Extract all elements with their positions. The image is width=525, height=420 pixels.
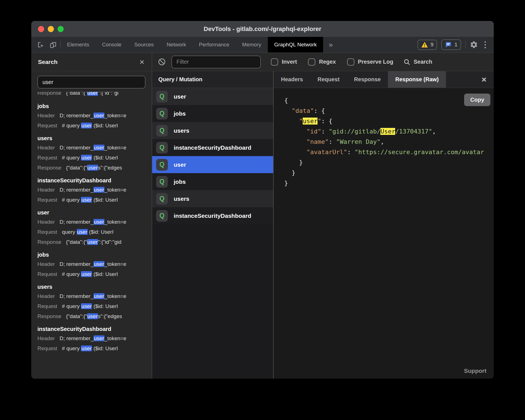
tab-graphql-network[interactable]: GraphQL Network [268,37,323,52]
search-result-row[interactable]: HeaderD; remember_user_token=e [37,111,152,121]
tab-elements[interactable]: Elements [61,37,96,52]
result-text: ":{"id":"gid [98,239,121,245]
search-result-row[interactable]: HeaderD; remember_user_token=e [37,291,152,301]
search-result-row[interactable]: Response{"data":{"user":{"id":"gid [37,237,152,247]
tabbar-divider [465,41,466,49]
filter-input[interactable] [171,56,261,68]
minimize-window-button[interactable] [48,26,54,32]
json-token [284,138,306,145]
search-result-row[interactable]: HeaderD; remember_user_token=e [37,259,152,269]
copy-button[interactable]: Copy [464,94,490,106]
result-row-value: # query user ($id: UserI [62,269,118,279]
detail-tab-headers[interactable]: Headers [274,71,310,88]
checkbox-invert[interactable]: Invert [271,58,297,66]
result-text: D; remember_ [59,261,93,267]
query-row-users[interactable]: Qusers [152,122,273,139]
tab-network[interactable]: Network [160,37,193,52]
query-row-instancesecuritydashboard[interactable]: QinstanceSecurityDashboard [152,207,273,224]
query-row-jobs[interactable]: Qjobs [152,105,273,122]
detail-tab-request[interactable]: Request [310,71,347,88]
zoom-window-button[interactable] [58,26,64,32]
result-operation-name[interactable]: jobs [37,103,152,109]
json-token: "avatarUrl" [306,149,347,156]
search-result-row[interactable]: Request# query user ($id: UserI [37,195,152,205]
result-row-value: D; remember_user_token=e [59,143,126,153]
search-result-row[interactable]: Request# query user ($id: UserI [37,153,152,163]
json-token: "Warren Day" [336,138,380,145]
query-row-label: instanceSecurityDashboard [174,144,251,151]
inspect-element-icon[interactable] [37,41,44,49]
issues-badge[interactable]: 1 [441,39,461,50]
search-result-row[interactable]: Response{"data":{"user":{"id":"gi [37,92,152,98]
result-operation-name[interactable]: users [37,135,152,142]
query-row-label: user [174,161,186,168]
close-search-icon[interactable]: × [139,58,144,66]
search-input[interactable] [37,76,145,89]
query-row-jobs[interactable]: Qjobs [152,173,273,190]
warnings-badge[interactable]: 9 [417,40,437,50]
kebab-menu-icon[interactable] [482,40,488,49]
result-operation-name[interactable]: instanceSecurityDashboard [37,177,152,184]
checkbox-preserve-log[interactable]: Preserve Log [347,58,393,66]
query-row-user[interactable]: Quser [152,156,273,173]
warning-triangle-icon [421,42,428,48]
result-text: ($id: UserI [88,229,114,235]
search-result-row[interactable]: HeaderD; remember_user_token=e [37,143,152,153]
search-panel: Search × Response{"data":{"user":{"id":"… [31,53,152,379]
result-row-label: Header [37,259,55,269]
more-tabs-icon[interactable]: » [323,37,338,52]
checkbox-regex[interactable]: Regex [308,58,336,66]
result-operation-name[interactable]: jobs [37,252,152,258]
preserve-log-checkbox-box[interactable] [347,58,354,66]
close-window-button[interactable] [38,26,44,32]
clear-requests-icon[interactable] [158,58,166,66]
result-operation-name[interactable]: user [37,209,152,216]
result-text: ($id: UserI [92,271,118,277]
result-row-value: D; remember_user_token=e [59,259,126,269]
close-detail-icon[interactable]: × [474,71,494,88]
highlighted-match: user [94,335,104,341]
network-filter-bar: InvertRegexPreserve Log Search [152,53,494,71]
search-result-row[interactable]: HeaderD; remember_user_token=e [37,217,152,227]
result-row-label: Header [37,185,55,195]
result-text: ($id: UserI [92,345,118,351]
result-text: # query [62,197,81,203]
search-result-row[interactable]: Request# query user ($id: UserI [37,301,152,311]
tab-console[interactable]: Console [96,37,128,52]
search-result-row[interactable]: Request# query user ($id: UserI [37,269,152,279]
invert-checkbox-box[interactable] [271,58,278,66]
result-text: s":{"edges [98,165,122,171]
query-row-users[interactable]: Qusers [152,190,273,207]
result-text: D; remember_ [59,187,93,193]
search-toggle[interactable]: Search [403,58,432,66]
json-token: , [380,138,384,145]
json-token: "name" [306,138,328,145]
search-result-row[interactable]: Requestquery user ($id: UserI [37,227,152,237]
json-token: "https://secure.gravatar.com/avatar [355,149,484,156]
result-operation-name[interactable]: instanceSecurityDashboard [37,326,152,332]
settings-gear-icon[interactable] [470,40,478,49]
device-toolbar-icon[interactable] [49,41,57,49]
regex-checkbox-box[interactable] [308,58,315,66]
support-link[interactable]: Support [464,367,486,374]
search-result-row[interactable]: HeaderD; remember_user_token=e [37,185,152,195]
json-token [284,128,306,135]
detail-tab-response[interactable]: Response [347,71,388,88]
json-token: } [284,169,295,176]
search-result-row[interactable]: Response{"data":{"users":{"edges [37,163,152,173]
search-result-row[interactable]: HeaderD; remember_user_token=e [37,333,152,343]
checkbox-label: Regex [319,59,336,65]
search-result-row[interactable]: Request# query user ($id: UserI [37,343,152,354]
tab-sources[interactable]: Sources [128,37,160,52]
query-row-user[interactable]: Quser [152,88,273,105]
tab-performance[interactable]: Performance [192,37,236,52]
search-result-row[interactable]: Request# query user ($id: UserI [37,121,152,131]
result-operation-name[interactable]: users [37,284,152,290]
search-result-row[interactable]: Response{"data":{"users":{"edges [37,311,152,321]
query-row-instancesecuritydashboard[interactable]: QinstanceSecurityDashboard [152,139,273,156]
result-text: query [62,229,77,235]
tab-memory[interactable]: Memory [236,37,268,52]
json-token: "data" [292,107,314,114]
detail-tab-response-raw[interactable]: Response (Raw) [388,71,446,88]
detail-tabs: HeadersRequestResponseResponse (Raw) × [274,71,494,88]
